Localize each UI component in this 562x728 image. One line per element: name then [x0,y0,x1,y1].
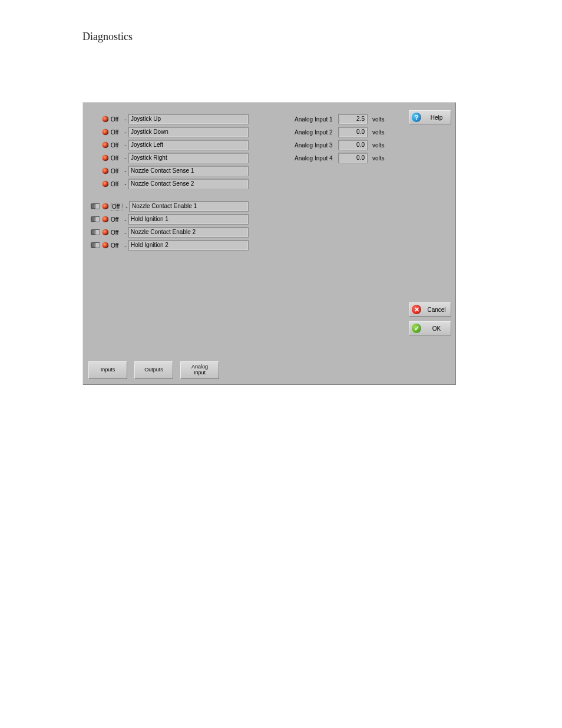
cancel-button[interactable]: ✕ Cancel [409,302,451,317]
analog-row: Analog Input 40.0volts [295,151,401,164]
io-row: Off-Nozzle Contact Enable 2 [91,226,249,239]
io-column: Off-Joystick UpOff-Joystick DownOff-Joys… [91,113,249,252]
io-state: Off [111,155,121,162]
io-state: Off [111,116,121,123]
tab-inputs[interactable]: Inputs [88,361,127,379]
ok-icon: ✓ [412,324,421,333]
io-state[interactable]: Off [111,242,121,249]
status-led-icon [103,155,108,161]
diagnostics-panel: Off-Joystick UpOff-Joystick DownOff-Joys… [82,102,456,385]
io-row: Off-Joystick Up [91,113,249,126]
cancel-icon: ✕ [412,305,421,314]
cancel-label: Cancel [425,307,448,313]
analog-label: Analog Input 3 [295,142,338,149]
status-led-icon [103,142,108,148]
status-led-icon [103,203,108,209]
ok-button[interactable]: ✓ OK [409,321,451,335]
io-state: Off [111,168,121,174]
dash: - [123,181,128,187]
analog-row: Analog Input 30.0volts [295,139,401,151]
status-led-icon [103,181,108,187]
analog-label: Analog Input 1 [295,116,338,123]
io-label: Joystick Right [128,153,249,163]
status-led-icon [103,116,108,122]
dash: - [123,242,128,249]
io-state: Off [111,181,121,187]
toggle-switch-icon[interactable] [91,229,100,236]
analog-row: Analog Input 20.0volts [295,126,401,139]
analog-unit: volts [372,116,385,123]
io-state: Off [111,142,121,149]
dash: - [123,216,128,223]
analog-label: Analog Input 4 [295,155,338,162]
status-led-icon [103,168,108,174]
help-icon: ? [412,113,421,122]
io-row: Off-Hold Ignition 1 [91,213,249,226]
bottom-tab-bar: Inputs Outputs Analog Input [88,361,219,379]
dash: - [124,203,129,210]
io-label: Joystick Left [128,140,249,150]
io-label: Joystick Down [128,127,249,137]
io-label: Hold Ignition 1 [128,214,249,225]
dash: - [123,168,128,174]
io-label: Nozzle Contact Enable 1 [129,201,249,212]
analog-label: Analog Input 2 [295,129,338,136]
ok-label: OK [425,325,448,332]
io-row: Off-Nozzle Contact Sense 1 [91,164,249,177]
io-row: Off-Nozzle Contact Enable 1 [91,200,249,213]
analog-value: 0.0 [338,140,368,150]
analog-column: Analog Input 12.5voltsAnalog Input 20.0v… [295,113,401,164]
io-row: Off-Joystick Down [91,126,249,139]
analog-value: 2.5 [338,114,368,124]
status-led-icon [103,229,108,235]
help-label: Help [425,114,448,121]
analog-unit: volts [372,129,385,136]
dash: - [123,142,128,149]
io-state: Off [111,129,121,136]
status-led-icon [103,216,108,222]
tab-outputs[interactable]: Outputs [134,361,173,379]
io-label: Hold Ignition 2 [128,240,249,251]
dash: - [123,155,128,162]
dash: - [123,229,128,236]
io-state[interactable]: Off [111,229,121,236]
io-state[interactable]: Off [111,203,123,210]
status-led-icon [103,129,108,135]
io-state[interactable]: Off [111,216,121,223]
analog-value: 0.0 [338,153,368,163]
page-title: Diagnostics [82,31,133,43]
io-label: Nozzle Contact Enable 2 [128,227,249,238]
io-row: Off-Joystick Left [91,139,249,151]
io-label: Nozzle Contact Sense 1 [128,166,249,176]
analog-unit: volts [372,155,385,162]
tab-analog-input[interactable]: Analog Input [180,361,219,379]
io-row: Off-Joystick Right [91,151,249,164]
toggle-switch-icon[interactable] [91,216,100,223]
status-led-icon [103,242,108,248]
io-row: Off-Hold Ignition 2 [91,239,249,252]
toggle-switch-icon[interactable] [91,203,100,210]
analog-value: 0.0 [338,127,368,137]
dash: - [123,129,128,136]
analog-unit: volts [372,142,385,149]
help-button[interactable]: ? Help [409,110,451,124]
toggle-switch-icon[interactable] [91,242,100,249]
dash: - [123,116,128,123]
analog-row: Analog Input 12.5volts [295,113,401,126]
io-label: Nozzle Contact Sense 2 [128,179,249,189]
io-label: Joystick Up [128,114,249,124]
io-row: Off-Nozzle Contact Sense 2 [91,177,249,190]
